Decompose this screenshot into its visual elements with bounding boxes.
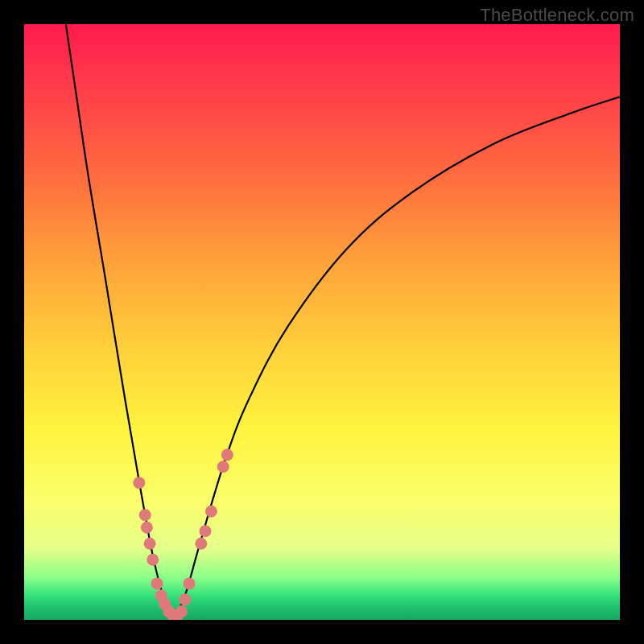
left-branch-curve [66, 24, 173, 620]
scatter-dot [141, 522, 153, 534]
scatter-dot [175, 605, 188, 617]
scatter-dot [205, 506, 217, 518]
chart-svg [24, 24, 620, 620]
scatter-dot [133, 477, 145, 489]
scatter-dot [179, 593, 191, 605]
scatter-dot [139, 509, 151, 521]
scatter-dot [151, 577, 163, 589]
scatter-dot [221, 449, 233, 461]
watermark-text: TheBottleneck.com [480, 5, 634, 26]
scatter-dot [195, 538, 207, 550]
scatter-dot [200, 525, 212, 537]
scatter-dot [184, 577, 196, 589]
scatter-dot [147, 554, 159, 566]
scatter-dot [144, 538, 156, 550]
outer-frame: TheBottleneck.com [0, 0, 644, 644]
right-branch-curve [173, 97, 620, 620]
plot-area [24, 24, 620, 620]
scatter-dot [217, 460, 229, 473]
